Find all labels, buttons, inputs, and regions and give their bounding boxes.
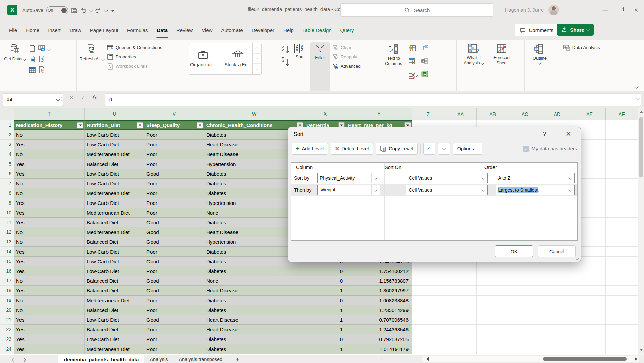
empty-cell[interactable] (606, 218, 638, 227)
horizontal-scroll-thumb[interactable] (543, 357, 627, 361)
table-cell[interactable]: Yes (14, 257, 85, 266)
table-cell[interactable]: Heart Disease (204, 286, 304, 296)
table-cell[interactable]: 1 (304, 315, 346, 325)
empty-cell[interactable] (509, 296, 541, 305)
empty-cell[interactable] (477, 276, 509, 286)
empty-cell[interactable] (477, 325, 509, 334)
empty-cell[interactable] (573, 305, 606, 315)
clear-filter-item[interactable]: Clear (332, 44, 361, 51)
column-header-X[interactable]: X (304, 108, 346, 120)
empty-cell[interactable] (412, 266, 444, 276)
empty-cell[interactable] (509, 266, 541, 276)
select-all-corner[interactable] (0, 108, 14, 120)
empty-cell[interactable] (573, 334, 606, 344)
scroll-up-icon[interactable] (640, 111, 643, 113)
table-cell[interactable]: No (14, 237, 85, 247)
table-cell[interactable]: Heart Disease (204, 325, 304, 334)
row-number[interactable]: 14 (0, 247, 14, 257)
excel-logo-icon[interactable]: X (7, 5, 17, 15)
empty-cell[interactable] (606, 266, 638, 276)
empty-cell[interactable] (509, 325, 541, 334)
empty-cell[interactable] (573, 296, 606, 305)
sort-by-order-dropdown[interactable]: A to Z (496, 173, 575, 183)
table-cell[interactable]: Balanced Diet (85, 325, 144, 334)
scroll-down-icon[interactable] (640, 349, 643, 351)
empty-cell[interactable] (444, 296, 477, 305)
table-cell[interactable]: Mediterranean Diet (85, 188, 144, 198)
table-cell[interactable]: Poor (144, 130, 204, 140)
empty-cell[interactable] (606, 257, 638, 266)
table-cell[interactable]: 1 (304, 325, 346, 334)
filter-button[interactable]: Filter (310, 42, 330, 93)
table-cell[interactable]: Yes (14, 140, 85, 149)
table-cell[interactable]: Low-Carb Diet (85, 198, 144, 208)
empty-cell[interactable] (606, 198, 638, 208)
empty-cell[interactable] (541, 286, 573, 296)
table-cell[interactable]: Diabetes (204, 266, 304, 276)
table-cell[interactable]: Good (144, 237, 204, 247)
empty-cell[interactable] (541, 315, 573, 325)
table-cell[interactable]: Mediterranean Diet (85, 208, 144, 218)
column-header-U[interactable]: U (85, 108, 144, 120)
close-button[interactable]: × (629, 0, 644, 20)
table-cell[interactable]: None (204, 276, 304, 286)
empty-cell[interactable] (541, 305, 573, 315)
table-cell[interactable]: Yes (14, 286, 85, 296)
table-cell[interactable]: 1.360297997 (346, 286, 412, 296)
table-cell[interactable]: Yes (14, 315, 85, 325)
sort-by-sorton-dropdown[interactable]: Cell Values (406, 173, 488, 183)
column-header-AA[interactable]: AA (444, 108, 477, 120)
empty-cell[interactable] (412, 325, 444, 334)
table-cell[interactable]: Yes (14, 159, 85, 169)
empty-cell[interactable] (573, 325, 606, 334)
table-cell[interactable]: 0 (304, 296, 346, 305)
data-analysis-item[interactable]: Data Analysis (564, 44, 600, 51)
user-avatar[interactable] (548, 5, 559, 15)
table-cell[interactable]: 1.008238848 (346, 296, 412, 305)
forecast-sheet-button[interactable]: Forecast Sheet (490, 42, 514, 93)
table-cell[interactable]: Poor (144, 266, 204, 276)
qat-customize-icon[interactable]: ⌄̶ (111, 8, 114, 13)
table-cell[interactable]: Low-Carb Diet (85, 169, 144, 179)
table-cell[interactable]: 0 (304, 334, 346, 344)
table-cell[interactable]: 1 (304, 305, 346, 315)
table-cell[interactable]: Diabetes (204, 344, 304, 354)
empty-cell[interactable] (477, 334, 509, 344)
row-number[interactable]: 7 (0, 179, 14, 188)
ribbon-tab[interactable]: File (5, 20, 22, 40)
empty-cell[interactable] (509, 334, 541, 344)
empty-cell[interactable] (541, 296, 573, 305)
ribbon-tab[interactable]: Help (279, 20, 298, 40)
row-number[interactable]: 3 (0, 140, 14, 149)
empty-cell[interactable] (541, 325, 573, 334)
column-header-AC[interactable]: AC (509, 108, 541, 120)
text-to-columns-button[interactable]: Text to Columns (381, 42, 407, 93)
data-model-icon[interactable] (422, 71, 428, 77)
table-cell[interactable]: 1.754100212 (346, 266, 412, 276)
table-cell[interactable]: 1.244363546 (346, 325, 412, 334)
table-cell[interactable]: Good (144, 315, 204, 325)
table-cell[interactable]: Good (144, 227, 204, 237)
redo-icon[interactable] (95, 7, 102, 14)
row-number[interactable]: 10 (0, 208, 14, 218)
organization-data-type[interactable]: Organizati... (190, 50, 215, 67)
table-cell[interactable]: No (14, 188, 85, 198)
then-by-column-dropdown[interactable]: Weight (317, 185, 380, 195)
empty-cell[interactable] (606, 188, 638, 198)
row-number[interactable]: 2 (0, 130, 14, 140)
row-number[interactable]: 9 (0, 198, 14, 208)
ribbon-tab[interactable]: Automate (217, 20, 247, 40)
ribbon-tab[interactable]: Data (152, 20, 172, 40)
sheet-tab[interactable]: Analysis (144, 355, 173, 363)
table-cell[interactable]: Low-Carb Diet (85, 266, 144, 276)
empty-cell[interactable] (444, 325, 477, 334)
row-number[interactable]: 18 (0, 286, 14, 296)
move-level-up-button[interactable] (423, 143, 435, 155)
ribbon-tab[interactable]: View (197, 20, 217, 40)
row-number[interactable]: 11 (0, 218, 14, 227)
table-cell[interactable]: Yes (14, 344, 85, 354)
gallery-down-icon[interactable] (253, 54, 261, 64)
sheet-nav-right-icon[interactable]: ❯ (19, 357, 30, 362)
outline-button[interactable]: Outline (527, 42, 552, 93)
table-cell[interactable]: Good (144, 169, 204, 179)
